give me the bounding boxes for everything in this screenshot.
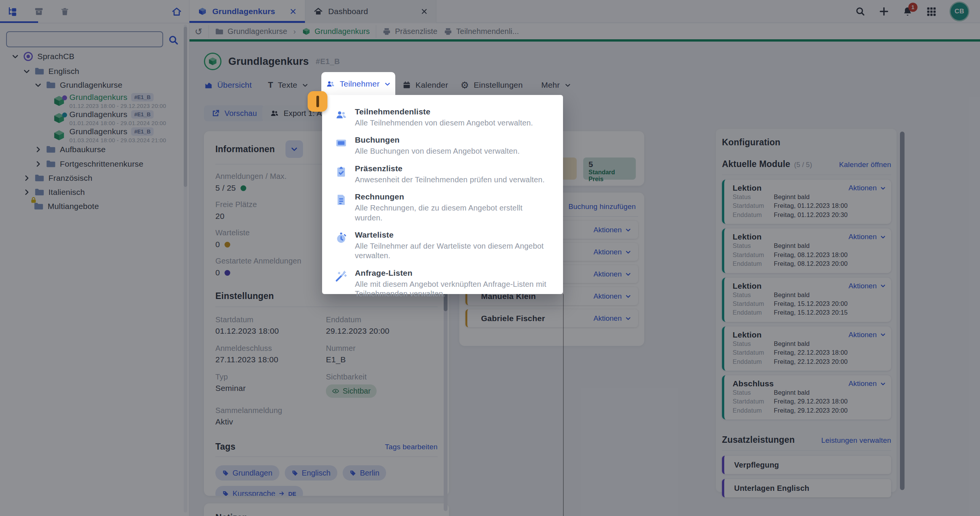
magic-wand-icon (335, 268, 348, 299)
invoice-icon (335, 192, 348, 223)
menu-item-anfrage-listen[interactable]: Anfrage-Listen Alle mit diesem Angebot v… (322, 265, 563, 303)
stopwatch-icon (335, 230, 348, 261)
menu-item-desc: Alle Rechnungen, die zu diesem Angebot e… (355, 203, 547, 223)
menu-item-buchungen[interactable]: Buchungen Alle Buchungen von diesem Ange… (322, 132, 563, 160)
menu-item-desc: Alle Buchungen von diesem Angebot verwal… (355, 146, 520, 156)
tab-teilnehmer-active[interactable]: Teilnehmer (321, 72, 395, 96)
menu-item-title: Anfrage-Listen (355, 268, 547, 278)
menu-item-title: Präsenzliste (355, 164, 545, 173)
menu-item-title: Buchungen (355, 135, 520, 145)
menu-item-desc: Alle Teilnehmer auf der Warteliste von d… (355, 241, 547, 261)
teilnehmer-dropdown-menu: Teilnehmendenliste Alle Teilnehmenden vo… (322, 95, 563, 294)
participants-icon (335, 107, 348, 128)
attendance-icon (335, 164, 348, 185)
menu-item-warteliste[interactable]: Warteliste Alle Teilnehmer auf der Warte… (322, 227, 563, 265)
menu-item-desc: Anwesenheit der Teilnehmenden prüfen und… (355, 175, 545, 185)
menu-item-desc: Alle mit diesem Angebot verknüpften Anfr… (355, 280, 547, 299)
bookings-icon (335, 135, 348, 156)
menu-item-praesenzliste[interactable]: Präsenzliste Anwesenheit der Teilnehmend… (322, 160, 563, 188)
menu-item-title: Warteliste (355, 230, 547, 240)
backdrop-edge (563, 294, 564, 516)
menu-item-desc: Alle Teilnehmenden von diesem Angebot ve… (355, 118, 533, 128)
tab-label: Teilnehmer (340, 79, 380, 88)
menu-item-rechnungen[interactable]: Rechnungen Alle Rechnungen, die zu diese… (322, 188, 563, 227)
menu-item-title: Rechnungen (355, 192, 547, 201)
menu-item-teilnehmendenliste[interactable]: Teilnehmendenliste Alle Teilnehmenden vo… (322, 103, 563, 132)
menu-item-title: Teilnehmendenliste (355, 107, 533, 116)
cursor-indicator (308, 91, 327, 112)
app-screen: SprachCB Englisch Grundlagenkurse Grundl… (0, 0, 980, 516)
